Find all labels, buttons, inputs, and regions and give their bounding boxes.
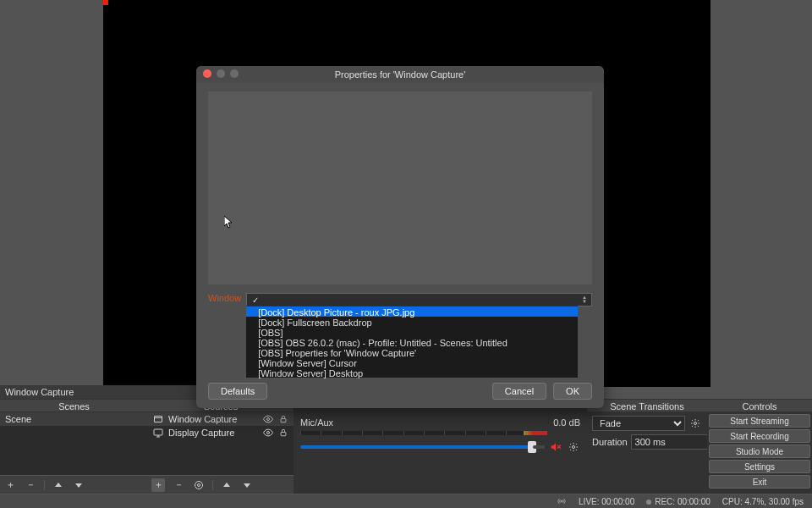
lock-icon[interactable] [278,414,288,424]
dropdown-option[interactable]: [OBS] Properties for 'Window Capture' [246,347,578,357]
controls-header: Controls [707,399,812,412]
audio-mixer-dock: Audio Mixer Mic/Aux 0.0 dB [294,399,587,494]
separator [44,480,45,490]
sources-list[interactable]: Window Capture Display Capture [148,412,294,475]
select-arrows-icon: ▲▼ [579,294,590,306]
sources-toolbar: ＋ － [148,475,294,494]
source-row[interactable]: Display Capture [148,426,294,439]
status-bar: LIVE: 00:00:00 REC: 00:00:00 CPU: 4.7%, … [0,494,812,508]
scenes-dock: Scenes Scene ＋ － [0,399,148,494]
scenes-list[interactable]: Scene [0,412,148,475]
ok-button[interactable]: OK [553,383,592,400]
properties-dialog: Properties for 'Window Capture' Window ✓… [196,66,604,408]
window-field-label: Window [208,293,241,303]
visibility-icon[interactable] [263,428,273,438]
zoom-window-button[interactable] [230,69,239,78]
svg-point-19 [561,500,562,502]
dropdown-option[interactable]: [Window Server] Cursor [246,357,578,367]
window-icon [153,414,163,424]
move-source-up-button[interactable] [220,478,233,492]
remove-scene-button[interactable]: － [24,478,37,492]
exit-button[interactable]: Exit [709,475,810,489]
svg-rect-12 [281,433,286,436]
audio-meter [300,431,547,435]
source-label: Display Capture [168,428,234,438]
scenes-header: Scenes [0,399,148,412]
window-select[interactable]: ✓ ▲▼ [246,293,592,306]
add-source-button[interactable]: ＋ [151,478,165,492]
volume-slider[interactable] [300,445,545,449]
mixer-level-label: 0.0 dB [553,417,580,428]
start-recording-button[interactable]: Start Recording [709,429,810,443]
rec-dot-icon [646,500,651,505]
transition-settings-icon[interactable] [689,417,702,430]
display-icon [153,428,163,438]
broadcast-icon [557,497,567,505]
dialog-title: Properties for 'Window Capture' [335,69,466,80]
studio-mode-button[interactable]: Studio Mode [709,444,810,458]
move-scene-up-button[interactable] [52,478,65,492]
svg-rect-8 [154,429,162,435]
mixer-settings-icon[interactable] [567,440,580,454]
remove-source-button[interactable]: － [172,478,185,492]
svg-point-6 [267,418,270,421]
scene-row[interactable]: Scene [0,412,148,426]
separator [212,480,213,490]
dropdown-option[interactable]: [Dock] Desktop Picture - roux JPG.jpg [246,306,578,317]
status-rec: REC: 00:00:00 [655,497,710,506]
selected-source-label: Window Capture [5,387,205,397]
close-window-button[interactable] [203,69,211,78]
visibility-icon[interactable] [263,414,273,424]
svg-rect-4 [155,417,162,422]
svg-point-17 [573,446,575,449]
dropdown-option[interactable]: [OBS] [246,327,578,337]
source-properties-button[interactable] [192,478,206,492]
minimize-window-button[interactable] [217,69,225,78]
mixer-channel-label: Mic/Aux [300,417,333,428]
preview-resize-handle[interactable] [103,0,108,5]
transitions-header: Scene Transitions [587,399,707,412]
svg-point-14 [195,481,203,489]
move-source-down-button[interactable] [240,478,254,492]
svg-point-18 [694,422,697,425]
settings-button[interactable]: Settings [709,460,810,473]
dialog-titlebar[interactable]: Properties for 'Window Capture' [196,66,604,83]
checkmark-icon: ✓ [252,295,259,305]
controls-dock: Controls Start Streaming Start Recording… [707,399,812,494]
transitions-dock: Scene Transitions Fade Duration ▲ ▼ [587,399,707,494]
scenes-toolbar: ＋ － [0,475,148,494]
cancel-button[interactable]: Cancel [492,383,546,400]
defaults-button[interactable]: Defaults [208,383,267,400]
svg-point-11 [267,432,270,434]
duration-label: Duration [592,437,628,447]
transition-mode-select[interactable]: Fade [592,416,685,431]
status-cpu: CPU: 4.7%, 30.00 fps [722,497,804,506]
svg-point-13 [198,483,200,486]
lock-icon[interactable] [278,428,288,438]
dialog-preview [208,91,592,284]
svg-rect-7 [281,419,286,422]
status-live: LIVE: 00:00:00 [579,497,634,506]
dropdown-option[interactable]: [Window Server] Desktop [246,367,578,378]
start-streaming-button[interactable]: Start Streaming [709,414,810,428]
source-row[interactable]: Window Capture [148,412,294,426]
source-label: Window Capture [168,414,237,424]
dropdown-option[interactable]: [OBS] OBS 26.0.2 (mac) - Profile: Untitl… [246,337,578,347]
add-scene-button[interactable]: ＋ [3,478,17,492]
mute-icon[interactable] [550,441,562,453]
move-scene-down-button[interactable] [72,478,85,492]
sources-dock: Sources Window Capture Display Capture [148,399,294,494]
window-dropdown-list[interactable]: [Dock] Desktop Picture - roux JPG.jpg [D… [246,306,578,378]
dropdown-option[interactable]: [Dock] Fullscreen Backdrop [246,317,578,327]
volume-slider-thumb[interactable] [528,441,536,453]
